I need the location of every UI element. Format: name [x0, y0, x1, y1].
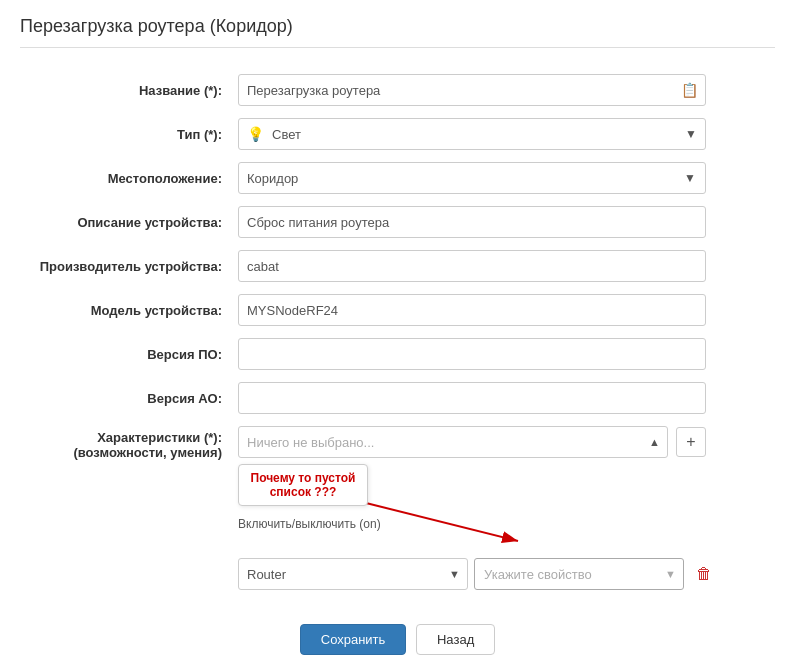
name-row: Название (*): 📋 — [20, 68, 775, 112]
location-select[interactable]: Коридор — [238, 162, 706, 194]
characteristics-select[interactable]: Ничего не выбрано... — [238, 426, 668, 458]
model-row: Модель устройства: — [20, 288, 775, 332]
delete-characteristic-button[interactable]: 🗑 — [690, 560, 718, 588]
description-row: Описание устройства: — [20, 200, 775, 244]
name-input[interactable] — [238, 74, 706, 106]
back-button[interactable]: Назад — [416, 624, 495, 655]
hardware-input[interactable] — [238, 382, 706, 414]
characteristics-wrapper: Ничего не выбрано... ▲ + — [238, 426, 767, 458]
type-select[interactable]: 💡 Свет ▼ — [238, 118, 706, 150]
router-select[interactable]: Router — [238, 558, 468, 590]
hardware-row: Версия АО: — [20, 376, 775, 420]
type-value: Свет — [272, 127, 685, 142]
characteristics-select-container: Ничего не выбрано... ▲ — [238, 426, 668, 458]
manufacturer-row: Производитель устройства: — [20, 244, 775, 288]
property-select-wrapper: ▼ Укажите свойство — [474, 558, 684, 590]
firmware-input[interactable] — [238, 338, 706, 370]
type-label: Тип (*): — [20, 112, 230, 156]
location-cell: Коридор ▼ — [230, 156, 775, 200]
annotation-text: Почему то пустой список ??? — [251, 471, 356, 499]
save-button[interactable]: Сохранить — [300, 624, 407, 655]
firmware-label: Версия ПО: — [20, 332, 230, 376]
type-row: Тип (*): 💡 Свет ▼ — [20, 112, 775, 156]
manufacturer-cell — [230, 244, 775, 288]
toggle-row: Включить/выключить (on) — [238, 516, 387, 531]
hardware-cell — [230, 376, 775, 420]
type-caret: ▼ — [685, 127, 697, 141]
manufacturer-label: Производитель устройства: — [20, 244, 230, 288]
model-input[interactable] — [238, 294, 706, 326]
buttons-row: Сохранить Назад — [20, 624, 775, 655]
location-row: Местоположение: Коридор ▼ — [20, 156, 775, 200]
name-label: Название (*): — [20, 68, 230, 112]
name-input-wrapper: 📋 — [238, 74, 706, 106]
location-label: Местоположение: — [20, 156, 230, 200]
light-icon: 💡 — [247, 126, 264, 142]
model-label: Модель устройства: — [20, 288, 230, 332]
property-select[interactable] — [474, 558, 684, 590]
description-cell — [230, 200, 775, 244]
type-cell: 💡 Свет ▼ — [230, 112, 775, 156]
firmware-row: Версия ПО: — [20, 332, 775, 376]
delete-icon: 🗑 — [696, 565, 712, 583]
firmware-cell — [230, 332, 775, 376]
arrow-container: Включить/выключить (on) — [238, 506, 708, 556]
characteristics-row: Характеристики (*): (возможности, умения… — [20, 420, 775, 596]
manufacturer-input[interactable] — [238, 250, 706, 282]
add-characteristic-button[interactable]: + — [676, 427, 706, 457]
form-table: Название (*): 📋 Тип (*): 💡 Свет ▼ Местоп… — [20, 68, 775, 596]
hardware-label: Версия АО: — [20, 376, 230, 420]
char-section: Почему то пустой список ??? — [238, 462, 767, 590]
router-select-wrapper: Router ▼ — [238, 558, 468, 590]
name-cell: 📋 — [230, 68, 775, 112]
description-label: Описание устройства: — [20, 200, 230, 244]
char-row-wrapper: Router ▼ ▼ Укажите свойство 🗑 — [238, 558, 767, 590]
model-cell — [230, 288, 775, 332]
description-input[interactable] — [238, 206, 706, 238]
toggle-label: Включить/выключить (on) — [238, 517, 381, 531]
characteristics-cell: Ничего не выбрано... ▲ + Почему то пусто… — [230, 420, 775, 596]
page-container: Перезагрузка роутера (Коридор) Название … — [0, 0, 795, 672]
characteristics-label: Характеристики (*): (возможности, умения… — [20, 420, 230, 596]
page-title: Перезагрузка роутера (Коридор) — [20, 16, 775, 48]
location-select-wrapper: Коридор ▼ — [238, 162, 706, 194]
annotation-area: Почему то пустой список ??? — [238, 464, 368, 506]
annotation-box: Почему то пустой список ??? — [238, 464, 368, 506]
